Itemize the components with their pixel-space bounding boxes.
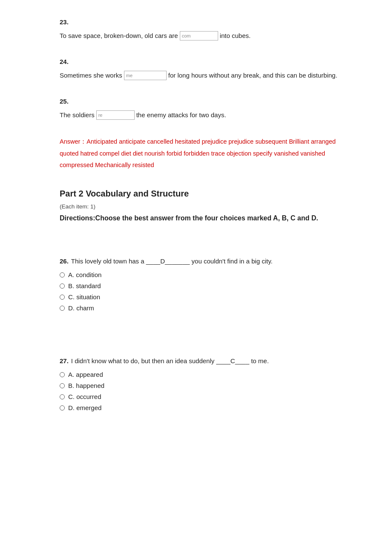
q24-text: Sometimes she works me for long hours wi… bbox=[60, 69, 341, 81]
q27-radio-a[interactable] bbox=[60, 372, 65, 377]
q27-number: 27. bbox=[60, 357, 69, 364]
q27-label-b: B. happened bbox=[68, 381, 104, 391]
q24-after: for long hours without any break, and th… bbox=[168, 69, 337, 81]
answer-block: Answer：Anticipated anticipate cancelled … bbox=[60, 136, 341, 171]
q26-label-c: C. situation bbox=[68, 292, 100, 302]
q24-input[interactable]: me bbox=[124, 71, 167, 80]
mc-question-26: 26.This lovely old town has a ____D_____… bbox=[60, 256, 341, 313]
question-25: 25. The soldiers re the enemy attacks fo… bbox=[60, 96, 341, 121]
directions-body: Choose the best answer from the four cho… bbox=[95, 214, 318, 222]
q23-before: To save space, broken-down, old cars are bbox=[60, 30, 178, 41]
q25-after: the enemy attacks for two days. bbox=[136, 109, 226, 121]
q27-option-c[interactable]: C. occurred bbox=[60, 392, 341, 402]
q26-label-d: D. charm bbox=[68, 303, 94, 313]
part2-header: Part 2 Vocabulary and Structure (Each it… bbox=[60, 187, 341, 224]
q26-option-a[interactable]: A. condition bbox=[60, 270, 341, 280]
q27-option-d[interactable]: D. emerged bbox=[60, 403, 341, 413]
answer-words: Anticipated anticipate cancelled hesitat… bbox=[60, 138, 336, 168]
q26-radio-b[interactable] bbox=[60, 283, 65, 289]
q26-radio-c[interactable] bbox=[60, 295, 65, 300]
q26-option-b[interactable]: B. standard bbox=[60, 281, 341, 291]
directions-prefix: Directions: bbox=[60, 214, 95, 222]
answer-label: Answer： bbox=[60, 138, 86, 145]
q25-input[interactable]: re bbox=[96, 110, 135, 120]
part2-directions: Directions:Choose the best answer from t… bbox=[60, 213, 341, 224]
q27-label-c: C. occurred bbox=[68, 392, 101, 402]
q27-radio-d[interactable] bbox=[60, 405, 65, 410]
q23-text: To save space, broken-down, old cars are… bbox=[60, 30, 341, 41]
q25-number: 25. bbox=[60, 96, 341, 107]
q25-before: The soldiers bbox=[60, 109, 95, 121]
q27-option-b[interactable]: B. happened bbox=[60, 381, 341, 391]
q26-radio-a[interactable] bbox=[60, 272, 65, 278]
q24-before: Sometimes she works bbox=[60, 69, 122, 81]
q27-text: 27.I didn't know what to do, but then an… bbox=[60, 356, 341, 366]
q26-label-b: B. standard bbox=[68, 281, 101, 291]
q23-number: 23. bbox=[60, 17, 341, 27]
part2-title: Part 2 Vocabulary and Structure bbox=[60, 187, 341, 200]
q27-radio-c[interactable] bbox=[60, 394, 65, 399]
question-23: 23. To save space, broken-down, old cars… bbox=[60, 17, 341, 41]
mc-question-27: 27.I didn't know what to do, but then an… bbox=[60, 356, 341, 413]
q26-radio-d[interactable] bbox=[60, 306, 65, 311]
q24-number: 24. bbox=[60, 57, 341, 67]
q23-after: into cubes. bbox=[220, 30, 251, 41]
q23-input[interactable]: com bbox=[180, 31, 218, 40]
q26-option-c[interactable]: C. situation bbox=[60, 292, 341, 302]
question-24: 24. Sometimes she works me for long hour… bbox=[60, 57, 341, 81]
q26-number: 26. bbox=[60, 257, 69, 265]
q27-label-d: D. emerged bbox=[68, 403, 101, 413]
q27-option-a[interactable]: A. appeared bbox=[60, 370, 341, 380]
q26-label-a: A. condition bbox=[68, 270, 101, 280]
q27-label-a: A. appeared bbox=[68, 370, 103, 380]
q25-text: The soldiers re the enemy attacks for tw… bbox=[60, 109, 341, 121]
q26-option-d[interactable]: D. charm bbox=[60, 303, 341, 313]
q26-text: 26.This lovely old town has a ____D_____… bbox=[60, 256, 341, 266]
q27-radio-b[interactable] bbox=[60, 383, 65, 388]
part2-each-item: (Each item: 1) bbox=[60, 202, 341, 211]
